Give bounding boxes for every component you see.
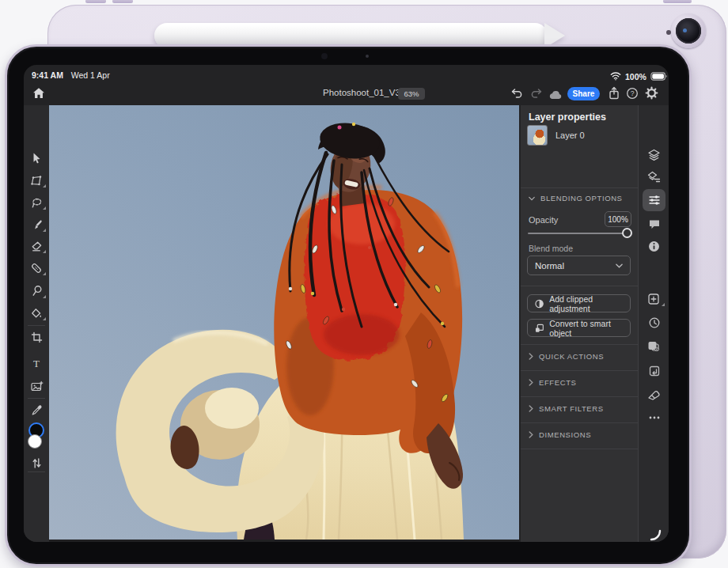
opacity-label: Opacity xyxy=(529,215,558,225)
cloud-sync-button[interactable] xyxy=(548,89,563,103)
layer-thumbnail xyxy=(527,125,548,146)
blend-mode-dropdown[interactable]: Normal xyxy=(527,256,631,275)
blending-options-header[interactable]: BLENDING OPTIONS xyxy=(529,194,623,203)
tools-toolbar: T xyxy=(24,105,49,542)
status-bar-right: 100% xyxy=(610,70,668,84)
add-layer-icon xyxy=(647,293,661,306)
place-rotate-icon xyxy=(648,365,661,377)
opacity-value-field[interactable]: 100% xyxy=(605,211,631,227)
battery-icon xyxy=(650,70,668,84)
layers-button[interactable] xyxy=(639,145,669,165)
canvas-corner-handle[interactable] xyxy=(650,529,662,542)
status-date: Wed 1 Apr xyxy=(71,70,110,80)
battery-percent: 100% xyxy=(625,72,646,81)
undo-button[interactable] xyxy=(510,87,524,103)
home-button[interactable] xyxy=(32,86,46,104)
rear-ipad-volume-up-button xyxy=(85,0,106,3)
properties-button[interactable] xyxy=(639,190,669,210)
layer-adjustments-button[interactable] xyxy=(639,167,669,187)
rear-camera-lens-icon xyxy=(676,18,701,44)
document-title: Photoshoot_01_V3 xyxy=(323,88,400,97)
tool-brush[interactable] xyxy=(24,215,49,234)
tool-move[interactable] xyxy=(24,149,49,168)
place-rotate-button[interactable] xyxy=(639,361,669,381)
settings-button[interactable] xyxy=(645,86,658,103)
tool-swap-colors[interactable] xyxy=(24,453,49,472)
gear-icon xyxy=(645,86,658,100)
right-taskbar xyxy=(638,105,669,542)
layer-mask-button[interactable] xyxy=(639,336,669,357)
section-effects[interactable]: EFFECTS xyxy=(529,378,576,387)
layer-mask-icon xyxy=(647,340,661,353)
cloud-icon xyxy=(548,89,563,100)
add-clipped-adjustment-label: Add clipped adjustment xyxy=(549,294,630,313)
chevron-right-icon xyxy=(529,353,533,360)
tool-place-photo[interactable] xyxy=(24,377,49,396)
clip-button[interactable] xyxy=(639,384,669,405)
properties-sliders-icon xyxy=(648,194,661,206)
chevron-right-icon xyxy=(529,431,533,438)
svg-text:T: T xyxy=(33,357,40,369)
quick-actions-label: QUICK ACTIONS xyxy=(539,352,604,361)
section-smart-filters[interactable]: SMART FILTERS xyxy=(529,404,604,413)
tool-fill[interactable] xyxy=(24,304,49,323)
convert-smart-object-label: Convert to smart object xyxy=(549,319,630,338)
rear-mic-dot xyxy=(666,30,671,35)
status-bar-left: 9:41 AM Wed 1 Apr xyxy=(32,70,110,80)
blending-options-label: BLENDING OPTIONS xyxy=(540,194,623,203)
info-icon xyxy=(648,240,660,252)
share-button[interactable]: Share xyxy=(567,87,600,100)
tool-healing-brush[interactable] xyxy=(24,259,49,278)
export-button[interactable] xyxy=(608,86,620,104)
smart-object-icon xyxy=(535,324,544,333)
layer-row[interactable]: Layer 0 xyxy=(527,123,631,147)
opacity-slider-handle[interactable] xyxy=(622,228,632,238)
help-icon: ? xyxy=(626,87,639,100)
blend-mode-value: Normal xyxy=(535,261,564,271)
canvas-photo[interactable] xyxy=(49,105,519,540)
chevron-down-icon xyxy=(616,263,623,268)
panel-title: Layer properties xyxy=(529,112,606,123)
svg-text:?: ? xyxy=(631,89,635,97)
add-layer-button[interactable] xyxy=(639,289,669,309)
tool-clone-stamp[interactable] xyxy=(24,282,49,301)
section-quick-actions[interactable]: QUICK ACTIONS xyxy=(529,352,604,361)
comment-icon xyxy=(648,218,661,230)
tool-eyedropper[interactable] xyxy=(24,400,49,419)
history-button[interactable] xyxy=(639,312,669,333)
history-clock-icon xyxy=(648,316,661,329)
rear-ipad-volume-down-button xyxy=(112,0,133,3)
tool-transform[interactable] xyxy=(24,171,49,190)
status-time: 9:41 AM xyxy=(32,70,63,80)
chevron-right-icon xyxy=(529,379,533,386)
tool-type[interactable]: T xyxy=(24,353,49,372)
rear-camera-glint xyxy=(683,28,687,32)
adjustment-icon xyxy=(535,299,544,309)
opacity-slider-track[interactable] xyxy=(528,233,624,234)
redo-button[interactable] xyxy=(529,87,543,103)
more-dots-icon xyxy=(648,415,661,420)
comments-button[interactable] xyxy=(639,214,669,234)
tool-crop[interactable] xyxy=(24,328,49,346)
layers-icon xyxy=(647,149,661,161)
convert-smart-object-button[interactable]: Convert to smart object xyxy=(527,319,631,337)
smart-filters-label: SMART FILTERS xyxy=(539,404,604,413)
more-button[interactable] xyxy=(639,407,669,428)
effects-label: EFFECTS xyxy=(539,378,576,387)
front-sensor-dot xyxy=(366,55,369,58)
tool-lasso-select[interactable] xyxy=(24,193,49,212)
front-camera-icon xyxy=(321,53,328,59)
layer-properties-panel: Layer properties Layer 0 BLENDING OPTION… xyxy=(521,105,638,542)
add-clipped-adjustment-button[interactable]: Add clipped adjustment xyxy=(527,294,631,312)
chevron-down-icon xyxy=(529,196,535,201)
chevron-right-icon xyxy=(529,405,533,412)
background-color-well[interactable] xyxy=(28,434,42,449)
tool-eraser[interactable] xyxy=(24,237,49,256)
zoom-level-badge[interactable]: 63% xyxy=(398,88,425,100)
info-button[interactable] xyxy=(639,236,669,256)
help-button[interactable]: ? xyxy=(626,87,639,103)
layer-adjustments-icon xyxy=(647,171,661,184)
layer-name: Layer 0 xyxy=(555,131,585,140)
wifi-icon xyxy=(610,70,621,84)
section-dimensions[interactable]: DIMENSIONS xyxy=(529,430,591,439)
